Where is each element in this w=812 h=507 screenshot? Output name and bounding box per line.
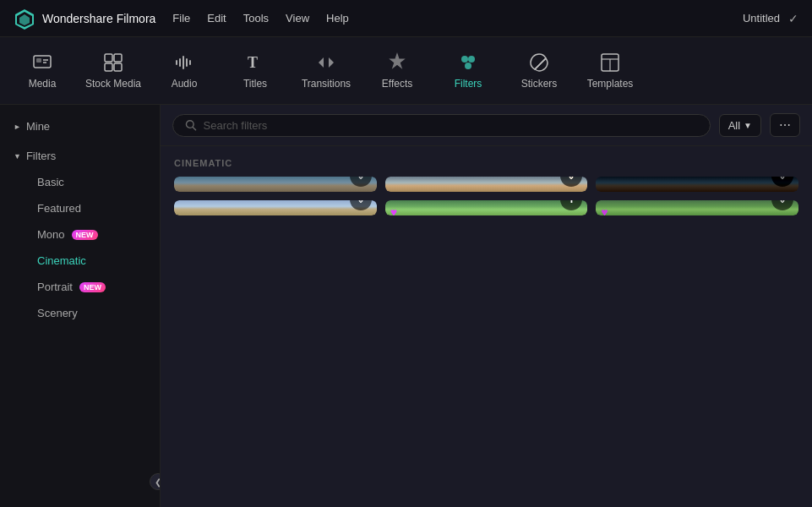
menu-help[interactable]: Help	[326, 12, 349, 25]
toolbar-templates-label: Templates	[587, 78, 634, 90]
sidebar-scenery-label: Scenery	[37, 307, 78, 319]
templates-icon	[599, 52, 621, 74]
filter-card-harry-potter[interactable]: ⇓ Harry Potter	[385, 177, 588, 192]
filter-thumb-movie-03: ⇓	[174, 200, 377, 215]
heart-icon: ♥	[390, 205, 397, 215]
toolbar-audio-label: Audio	[172, 78, 198, 90]
svg-point-15	[465, 63, 471, 69]
toolbar-stickers[interactable]: Stickers	[505, 43, 573, 98]
filter-thumb-sunshine-sway: ♥ +	[385, 200, 588, 215]
filters-icon	[457, 52, 479, 74]
search-input-wrap[interactable]	[172, 114, 711, 137]
svg-rect-8	[114, 54, 122, 62]
toolbar-media[interactable]: Media	[8, 43, 76, 98]
svg-line-20	[193, 127, 195, 129]
search-icon	[185, 119, 197, 131]
toolbar-media-label: Media	[29, 78, 57, 90]
sidebar-item-mono[interactable]: Mono NEW	[14, 221, 146, 248]
download-icon[interactable]: ⇓	[771, 177, 793, 187]
menu-edit[interactable]: Edit	[207, 12, 226, 25]
filter-dropdown-label: All	[728, 119, 740, 132]
filter-thumb-harry-potter: ⇓	[385, 177, 588, 192]
stickers-icon	[528, 52, 550, 74]
cool-film-download[interactable]: ⇓	[350, 177, 372, 187]
toolbar-audio[interactable]: Audio	[150, 43, 218, 98]
search-input[interactable]	[204, 119, 698, 132]
toolbar-transitions-label: Transitions	[302, 78, 351, 90]
sidebar-items: Basic Featured Mono NEW Cinematic Portra…	[14, 169, 146, 326]
svg-rect-9	[105, 63, 112, 71]
mono-badge: NEW	[72, 230, 98, 240]
toolbar-stock-media[interactable]: Stock Media	[79, 43, 147, 98]
filter-card-cool-film[interactable]: ⇓ Cool Film	[174, 177, 377, 192]
sidebar-mine-header[interactable]: ► Mine	[14, 117, 146, 136]
sunshine-sway-add[interactable]: +	[560, 200, 582, 210]
sidebar-item-portrait[interactable]: Portrait NEW	[14, 274, 146, 300]
svg-rect-10	[114, 63, 122, 71]
more-options-button[interactable]: ⋯	[770, 113, 800, 137]
toolbar-filters[interactable]: Filters	[434, 43, 502, 98]
mine-arrow-icon: ►	[14, 123, 21, 131]
filter-dropdown[interactable]: All ▼	[719, 114, 761, 137]
download-icon[interactable]: ⇓	[350, 200, 372, 210]
toolbar-filters-label: Filters	[455, 78, 482, 90]
portrait-badge: NEW	[79, 282, 106, 292]
filter-thumb-sunlit-siesta: ♥ ⇓	[596, 200, 798, 215]
sidebar: ► Mine ▼ Filters Basic Featured Mono NEW	[0, 105, 161, 507]
filter-grid-scroll: CINEMATIC ⇓ Cool Film ⇓	[161, 146, 812, 507]
content-area: All ▼ ⋯ CINEMATIC ⇓ Cool Film	[161, 105, 812, 507]
toolbar-transitions[interactable]: Transitions	[292, 43, 360, 98]
filter-card-sunlit-siesta[interactable]: ♥ ⇓ Sunlit Siesta	[596, 200, 798, 215]
sidebar-collapse-button[interactable]: ❮	[150, 473, 161, 490]
sidebar-basic-label: Basic	[37, 176, 64, 188]
sidebar-item-featured[interactable]: Featured	[14, 195, 146, 221]
add-icon[interactable]: +	[560, 200, 582, 210]
chevron-down-icon: ▼	[744, 121, 752, 130]
download-icon[interactable]: ⇓	[560, 177, 582, 187]
movie-03-download[interactable]: ⇓	[350, 200, 372, 210]
title-bar-right: Untitled ✓	[743, 12, 798, 25]
sidebar-mono-label: Mono	[37, 228, 65, 241]
app-logo: Wondershare Filmora	[14, 8, 155, 30]
download-icon[interactable]: ⇓	[350, 177, 372, 187]
titles-icon: T	[244, 52, 266, 74]
title-bar: Wondershare Filmora File Edit Tools View…	[0, 0, 812, 37]
toolbar-templates[interactable]: Templates	[576, 43, 644, 98]
transitions-icon	[315, 52, 337, 74]
filter-card-movie-03[interactable]: ⇓ Movie 03	[174, 200, 377, 215]
filter-thumb-cool-film: ⇓	[174, 177, 377, 192]
sidebar-filters-label: Filters	[26, 150, 56, 162]
toolbar: Media Stock Media Audio T Titles Transit…	[0, 37, 812, 105]
sidebar-mine-section: ► Mine	[0, 112, 160, 141]
menu-file[interactable]: File	[172, 12, 190, 25]
menu-tools[interactable]: Tools	[243, 12, 269, 25]
sidebar-filters-header[interactable]: ▼ Filters	[14, 146, 146, 166]
filters-arrow-icon: ▼	[14, 152, 21, 161]
sidebar-item-basic[interactable]: Basic	[14, 169, 146, 195]
filter-card-sunshine-sway[interactable]: ♥ + Sunshine Sway	[385, 200, 588, 215]
sidebar-item-scenery[interactable]: Scenery	[14, 300, 146, 326]
menu-view[interactable]: View	[286, 12, 309, 25]
svg-rect-7	[105, 54, 112, 62]
effects-icon	[386, 52, 408, 74]
filter-card-dark-film[interactable]: ⇓ Dark Film	[596, 177, 798, 192]
svg-marker-12	[390, 54, 404, 68]
sidebar-item-cinematic[interactable]: Cinematic	[14, 248, 146, 274]
logo-icon	[14, 8, 35, 30]
download-icon[interactable]: ⇓	[771, 200, 793, 210]
toolbar-effects[interactable]: Effects	[363, 43, 431, 98]
harry-potter-download[interactable]: ⇓	[560, 177, 582, 187]
toolbar-titles-label: Titles	[243, 78, 267, 90]
svg-point-13	[461, 56, 468, 63]
project-title: Untitled	[743, 12, 780, 25]
toolbar-effects-label: Effects	[382, 78, 412, 90]
toolbar-titles[interactable]: T Titles	[221, 43, 289, 98]
svg-point-14	[468, 56, 475, 63]
sidebar-cinematic-label: Cinematic	[37, 254, 86, 267]
svg-rect-4	[36, 58, 41, 63]
main-layout: ► Mine ▼ Filters Basic Featured Mono NEW	[0, 105, 812, 507]
toolbar-stickers-label: Stickers	[521, 78, 558, 90]
app-name: Wondershare Filmora	[42, 12, 155, 25]
sunlit-siesta-download[interactable]: ⇓	[771, 200, 793, 210]
dark-film-download[interactable]: ⇓	[771, 177, 793, 187]
